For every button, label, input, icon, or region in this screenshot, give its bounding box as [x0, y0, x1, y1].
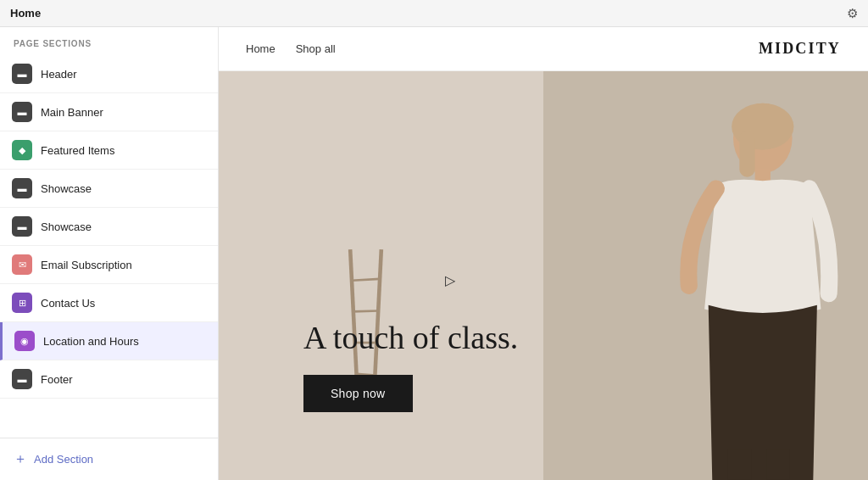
svg-line-2 — [352, 278, 380, 280]
site-nav-links: Home Shop all — [246, 42, 759, 55]
add-section-button[interactable]: ＋ Add Section — [0, 438, 218, 480]
hero-cta-button[interactable]: Shop now — [303, 375, 413, 412]
sidebar-label-main-banner: Main Banner — [41, 106, 103, 119]
sidebar-item-location-hours[interactable]: ◉Location and Hours — [0, 322, 218, 360]
hero-background — [219, 71, 868, 480]
website-preview: Home Shop all MIDCITY — [219, 27, 868, 480]
sidebar-icon-contact-us: ⊞ — [12, 293, 32, 313]
svg-rect-11 — [766, 449, 789, 480]
page-title: Home — [10, 7, 41, 20]
svg-line-3 — [353, 310, 377, 311]
sidebar-label-header: Header — [41, 68, 77, 81]
sidebar-icon-location-hours: ◉ — [14, 331, 35, 351]
sidebar-icon-showcase-2: ▬ — [12, 216, 32, 237]
nav-link-shop[interactable]: Shop all — [296, 42, 336, 55]
sidebar-item-showcase-2[interactable]: ▬Showcase — [0, 208, 218, 246]
sidebar-item-email-subscription[interactable]: ✉Email Subscription — [0, 246, 218, 284]
gear-icon[interactable]: ⚙ — [847, 6, 858, 21]
sidebar: PAGE SECTIONS ▬Header▬Main Banner◆Featur… — [0, 27, 219, 480]
sidebar-icon-footer: ▬ — [12, 369, 32, 389]
svg-rect-10 — [728, 449, 751, 480]
sidebar-icon-main-banner: ▬ — [12, 102, 32, 122]
add-section-label: Add Section — [34, 453, 93, 466]
sidebar-item-header[interactable]: ▬Header — [0, 55, 218, 93]
sidebar-label-footer: Footer — [41, 373, 73, 386]
sidebar-item-main-banner[interactable]: ▬Main Banner — [0, 93, 218, 131]
sidebar-section-label: PAGE SECTIONS — [0, 27, 218, 55]
site-nav: Home Shop all MIDCITY — [219, 27, 868, 71]
sidebar-items: ▬Header▬Main Banner◆Featured Items▬Showc… — [0, 55, 218, 438]
hero-section: A touch of class. Shop now ▷ — [219, 71, 868, 480]
plus-icon: ＋ — [14, 450, 27, 468]
sidebar-label-showcase-1: Showcase — [41, 182, 92, 195]
site-brand: MIDCITY — [759, 40, 841, 58]
sidebar-label-featured-items: Featured Items — [41, 144, 114, 157]
nav-link-home[interactable]: Home — [246, 42, 275, 55]
preview-area: Home Shop all MIDCITY — [219, 27, 868, 480]
hero-title: A touch of class. — [303, 319, 518, 358]
top-bar: Home ⚙ — [0, 0, 868, 27]
sidebar-item-footer[interactable]: ▬Footer — [0, 360, 218, 399]
hero-content: A touch of class. Shop now — [303, 319, 518, 412]
sidebar-icon-showcase-1: ▬ — [12, 178, 32, 198]
sidebar-icon-email-subscription: ✉ — [12, 254, 32, 275]
woman-figure — [588, 92, 860, 480]
hero-left-bg — [219, 71, 543, 480]
sidebar-item-contact-us[interactable]: ⊞Contact Us — [0, 284, 218, 322]
hero-right-bg — [543, 71, 868, 480]
sidebar-label-contact-us: Contact Us — [41, 297, 95, 310]
sidebar-item-featured-items[interactable]: ◆Featured Items — [0, 131, 218, 170]
sidebar-label-location-hours: Location and Hours — [43, 335, 139, 348]
sidebar-icon-header: ▬ — [12, 64, 32, 84]
main-layout: PAGE SECTIONS ▬Header▬Main Banner◆Featur… — [0, 27, 868, 480]
sidebar-icon-featured-items: ◆ — [12, 140, 32, 160]
sidebar-label-email-subscription: Email Subscription — [41, 259, 132, 271]
sidebar-label-showcase-2: Showcase — [41, 220, 92, 233]
svg-rect-8 — [739, 131, 754, 177]
sidebar-item-showcase-1[interactable]: ▬Showcase — [0, 170, 218, 208]
